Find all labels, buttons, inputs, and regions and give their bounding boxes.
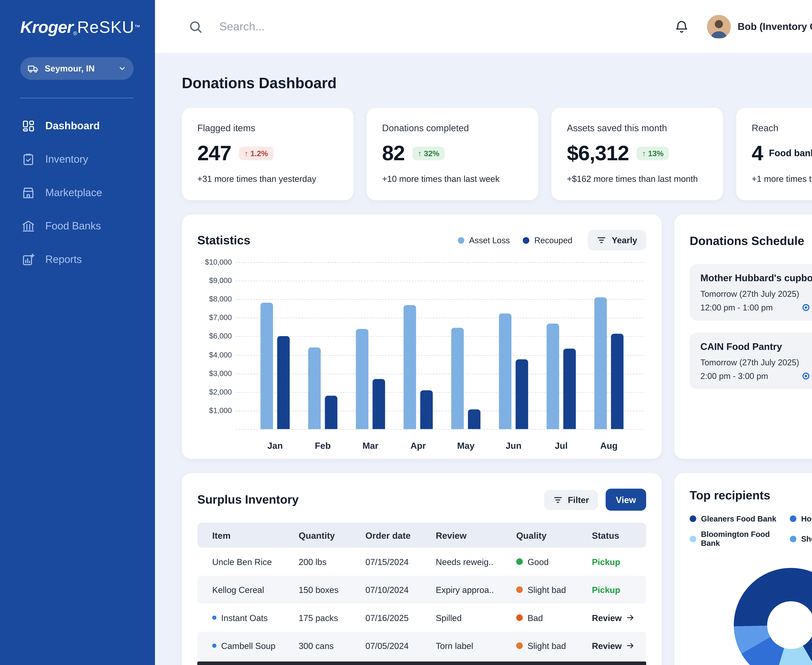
bar-recouped bbox=[372, 379, 385, 429]
statistics-title: Statistics bbox=[197, 233, 250, 247]
yearly-filter-button[interactable]: Yearly bbox=[588, 230, 646, 251]
stat-label: Reach bbox=[752, 123, 812, 133]
arrow-right-icon bbox=[626, 641, 635, 650]
bar-recouped bbox=[611, 334, 623, 429]
status-cell[interactable]: Review bbox=[592, 613, 646, 622]
sidebar-item-label: Inventory bbox=[45, 153, 88, 165]
column-header-order-date: Order date bbox=[366, 530, 436, 540]
legend-gleaners: Gleaners Food Bank bbox=[690, 514, 790, 523]
order-date-cell: 07/15/2024 bbox=[366, 557, 436, 567]
flag-dot bbox=[212, 616, 217, 620]
status-cell[interactable]: Pickup bbox=[592, 585, 646, 595]
topbar-right: Bob (Inventory Control Manager) bbox=[674, 15, 812, 38]
stat-value: 247 bbox=[197, 141, 231, 165]
quality-label: Bad bbox=[528, 613, 543, 622]
bar-asset-loss bbox=[404, 305, 416, 429]
item-name: Cambell Soup bbox=[221, 641, 276, 650]
x-tick-label: Jan bbox=[267, 440, 283, 450]
bar-group: Aug bbox=[594, 262, 623, 429]
item-name: Kellog Cereal bbox=[212, 585, 264, 595]
quality-cell: Good bbox=[516, 557, 592, 567]
stat-card-assets-saved: Assets saved this month $6,312 ↑ 13% +$1… bbox=[551, 108, 723, 200]
search-input[interactable] bbox=[220, 20, 476, 33]
schedule-entry[interactable]: CAIN Food Pantry Tomorrow (27th July 202… bbox=[690, 332, 812, 389]
y-tick-label: $1,000 bbox=[195, 406, 232, 414]
stat-value: 4 bbox=[752, 141, 763, 165]
sidebar-item-reports[interactable]: Reports bbox=[0, 242, 155, 276]
bar-recouped bbox=[420, 390, 433, 429]
inventory-table: Item Quantity Order date Review Quality … bbox=[197, 522, 646, 665]
quality-dot bbox=[516, 614, 523, 621]
legend-hoosier-hills: Hoosier Hills Food Bank bbox=[790, 514, 812, 523]
sidebar-item-marketplace[interactable]: Marketplace bbox=[0, 176, 155, 209]
bar-recouped bbox=[325, 396, 337, 429]
bar-asset-loss bbox=[547, 323, 559, 429]
stat-cards-row: Flagged items 247 ↑ 1.2% +31 more times … bbox=[182, 108, 812, 200]
x-tick-label: Mar bbox=[363, 440, 378, 450]
y-tick-label: $8,000 bbox=[195, 295, 232, 303]
bar-group: May bbox=[451, 262, 481, 429]
location-selector[interactable]: Seymour, IN bbox=[20, 57, 133, 80]
flag-dot bbox=[212, 644, 217, 648]
sidebar-nav: Dashboard Inventory Marketplace Food Ban… bbox=[0, 109, 155, 276]
sidebar-item-inventory[interactable]: Inventory bbox=[0, 142, 155, 176]
table-row: Uncle Ben Rice 200 lbs 07/15/2024 Needs … bbox=[197, 548, 646, 576]
arrow-right-icon bbox=[626, 613, 635, 622]
trademark-mark: ™ bbox=[134, 24, 140, 30]
legend-asset-loss: Asset Loss bbox=[458, 236, 510, 245]
column-header-status: Status bbox=[592, 530, 646, 540]
schedule-title: Donations Schedule bbox=[690, 234, 804, 248]
y-tick-label: $10,000 bbox=[195, 258, 232, 266]
schedule-entry-date: Tomorrow (27th July 2025) bbox=[700, 357, 812, 367]
user-menu[interactable]: Bob (Inventory Control Manager) bbox=[707, 15, 812, 38]
stat-label: Donations completed bbox=[382, 123, 523, 133]
table-cutoff-strip bbox=[197, 662, 646, 665]
legend-dot bbox=[523, 237, 530, 243]
sidebar-item-label: Dashboard bbox=[45, 120, 100, 132]
legend-label: Bloomington Food Bank bbox=[701, 530, 790, 548]
legend-dot bbox=[790, 516, 796, 522]
food-banks-icon bbox=[21, 219, 35, 233]
x-tick-label: Feb bbox=[315, 440, 331, 450]
view-button[interactable]: View bbox=[606, 489, 646, 511]
sidebar-item-dashboard[interactable]: Dashboard bbox=[0, 109, 155, 142]
x-tick-label: Jul bbox=[555, 440, 568, 450]
location-label: Seymour, IN bbox=[45, 64, 113, 74]
legend-dot bbox=[690, 536, 696, 542]
stat-subtext: +31 more times than yesterday bbox=[197, 174, 338, 183]
quantity-cell: 175 packs bbox=[299, 613, 366, 622]
notifications-button[interactable] bbox=[674, 19, 689, 34]
top-recipients-card: Top recipients Gleaners Food Bank Hoosie… bbox=[674, 473, 812, 665]
status-dot-icon bbox=[802, 372, 810, 380]
item-cell: Kellog Cereal bbox=[197, 585, 299, 595]
filter-button[interactable]: Filter bbox=[544, 490, 598, 510]
filter-icon bbox=[597, 236, 606, 245]
bar-recouped bbox=[277, 336, 290, 429]
quality-dot bbox=[516, 586, 523, 593]
stat-value-caption: Food banks contacted bbox=[769, 148, 812, 159]
status-cell[interactable]: Review bbox=[592, 641, 646, 650]
quantity-cell: 200 lbs bbox=[299, 557, 366, 567]
stat-card-reach: Reach 4 Food banks contacted +1 more tim… bbox=[736, 108, 812, 200]
trend-badge: ↑ 13% bbox=[636, 146, 669, 160]
donations-schedule-card: Donations Schedule + Add Mother Hubbard'… bbox=[674, 215, 812, 459]
bar-asset-loss bbox=[451, 328, 464, 429]
bar-asset-loss bbox=[308, 347, 321, 429]
bar-group: Mar bbox=[356, 262, 385, 429]
truck-icon bbox=[28, 62, 39, 74]
legend-label: Recouped bbox=[534, 236, 572, 245]
review-cell: Expiry approa.. bbox=[436, 585, 516, 595]
brand-kroger: Kroger bbox=[20, 18, 73, 36]
schedule-entry[interactable]: Mother Hubbard's cupboard Tomorrow (27th… bbox=[690, 264, 812, 321]
legend-dot bbox=[690, 516, 696, 522]
bar-plot: $10,000$9,000$8,000$7,000$6,000$4,000$3,… bbox=[240, 262, 644, 429]
marketplace-icon bbox=[21, 185, 35, 199]
status-cell[interactable]: Pickup bbox=[592, 557, 646, 567]
sidebar-item-label: Food Banks bbox=[45, 219, 101, 232]
bar-group: Feb bbox=[308, 262, 338, 429]
sidebar-item-food-banks[interactable]: Food Banks bbox=[0, 209, 155, 242]
x-axis-line bbox=[236, 429, 644, 430]
stat-card-donations-completed: Donations completed 82 ↑ 32% +10 more ti… bbox=[367, 108, 538, 200]
legend-shelbyville: Shelbyville Food Bank bbox=[790, 530, 812, 548]
legend-label: Hoosier Hills Food Bank bbox=[801, 514, 812, 523]
